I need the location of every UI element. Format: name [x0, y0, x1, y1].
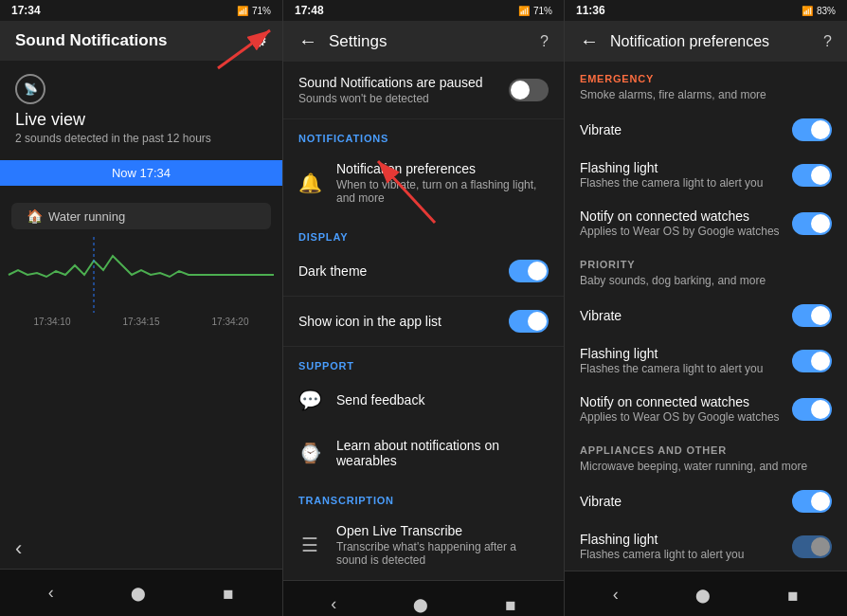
bell-icon: 🔔	[298, 172, 321, 194]
paused-subtitle: Sounds won't be detected	[298, 92, 509, 105]
help-icon-3[interactable]: ?	[823, 33, 832, 50]
vibrate-3-title: Vibrate	[580, 494, 792, 509]
show-icon-toggle[interactable]	[509, 310, 549, 333]
panel-notification-prefs: 11:36 📶 83% ← Notification preferences ?…	[565, 0, 847, 616]
top-bar-1: Sound Notifications ⚙	[0, 21, 282, 61]
help-icon-2[interactable]: ?	[540, 33, 549, 50]
back-nav-btn-3[interactable]: ‹	[602, 581, 630, 608]
vibrate-2-title: Vibrate	[580, 308, 792, 323]
flashing-light-3-title: Flashing light	[580, 532, 792, 547]
home-nav-btn[interactable]: ⬤	[119, 582, 157, 605]
recent-nav-btn-2[interactable]: ◼	[494, 593, 528, 616]
status-bar-1: 17:34 📶 71%	[0, 0, 282, 21]
nav-bar-1: ‹ ⬤ ◼	[0, 569, 282, 616]
vibrate-1-toggle[interactable]	[792, 118, 832, 141]
home-nav-btn-2[interactable]: ⬤	[402, 593, 440, 616]
flashing-light-2-text: Flashing light Flashes the camera light …	[580, 346, 792, 375]
water-label: Water running	[48, 209, 125, 224]
flashing-light-1-toggle[interactable]	[792, 164, 832, 187]
notif-prefs-subtitle: When to vibrate, turn on a flashing ligh…	[336, 178, 549, 205]
learn-wearables-row[interactable]: ⌚ Learn about notifications on wearables	[283, 425, 564, 481]
flashing-light-3-toggle[interactable]	[792, 535, 832, 558]
settings-title: Settings	[329, 32, 529, 51]
flashing-light-3-subtitle: Flashes camera light to alert you	[580, 548, 792, 561]
recent-nav-btn-3[interactable]: ◼	[776, 584, 810, 607]
time-3: 11:36	[576, 4, 605, 17]
appliances-sublabel: Microwave beeping, water running, and mo…	[565, 460, 847, 480]
notify-watches-1-toggle[interactable]	[792, 212, 832, 235]
paused-title: Sound Notifications are paused	[298, 75, 509, 90]
back-nav-btn-2[interactable]: ‹	[319, 590, 348, 616]
live-subtitle: 2 sounds detected in the past 12 hours	[15, 132, 267, 145]
battery-3: 83%	[817, 6, 836, 16]
back-nav-btn[interactable]: ‹	[37, 579, 65, 607]
appliances-label: APPLIANCES AND OTHER	[565, 433, 847, 460]
time-label-3: 17:34:20	[212, 317, 249, 327]
home-nav-btn-3[interactable]: ⬤	[684, 584, 722, 607]
vibrate-3-text: Vibrate	[580, 494, 792, 509]
status-icons-2: 📶 71%	[518, 6, 552, 16]
emergency-sublabel: Smoke alarms, fire alarms, and more	[565, 88, 847, 109]
nav-bar-2: ‹ ⬤ ◼	[283, 580, 564, 616]
notif-prefs-title: Notification preferences	[336, 161, 549, 176]
dark-theme-toggle[interactable]	[509, 260, 549, 282]
battery-1: 71%	[252, 6, 271, 16]
send-feedback-row[interactable]: 💬 Send feedback	[283, 375, 564, 425]
live-icon: 📡	[15, 74, 45, 104]
recent-nav-btn[interactable]: ◼	[211, 582, 245, 605]
flashing-light-2-row: Flashing light Flashes the camera light …	[565, 336, 847, 385]
send-feedback-text: Send feedback	[336, 392, 549, 408]
support-section-label: SUPPORT	[283, 347, 564, 375]
vibrate-1-row: Vibrate	[565, 109, 847, 151]
show-icon-row: Show icon in the app list	[283, 297, 564, 347]
show-icon-title: Show icon in the app list	[298, 314, 509, 329]
notif-prefs-row[interactable]: 🔔 Notification preferences When to vibra…	[283, 148, 564, 218]
live-section: 📡 Live view 2 sounds detected in the pas…	[0, 61, 282, 153]
vibrate-3-row: Vibrate	[565, 480, 847, 522]
live-transcribe-title: Open Live Transcribe	[336, 523, 549, 538]
time-1: 17:34	[11, 4, 41, 17]
vibrate-3-toggle[interactable]	[792, 490, 832, 513]
dark-theme-text: Dark theme	[298, 263, 509, 279]
time-2: 17:48	[295, 4, 324, 17]
flashing-light-1-subtitle: Flashes the camera light to alert you	[580, 176, 792, 190]
waveform-canvas	[8, 237, 275, 313]
back-button-area: ‹	[0, 529, 282, 569]
top-bar-3: ← Notification preferences ?	[565, 21, 847, 62]
time-label-2: 17:34:15	[123, 317, 160, 327]
live-transcribe-text: Open Live Transcribe Transcribe what's h…	[336, 523, 549, 567]
vibrate-2-row: Vibrate	[565, 295, 847, 336]
back-arrow-icon[interactable]: ‹	[15, 536, 22, 560]
paused-toggle[interactable]	[509, 79, 549, 101]
notify-watches-1-text: Notify on connected watches Applies to W…	[580, 208, 792, 238]
learn-wearables-title: Learn about notifications on wearables	[336, 438, 549, 468]
vibrate-1-text: Vibrate	[580, 122, 792, 137]
back-icon-3[interactable]: ←	[580, 30, 599, 52]
panel1-title: Sound Notifications	[15, 31, 168, 50]
status-icons-1: 📶 71%	[237, 6, 271, 16]
notify-watches-2-toggle[interactable]	[792, 398, 832, 421]
transcription-section-label: TRANSCRIPTION	[283, 481, 564, 510]
display-section-label: DISPLAY	[283, 218, 564, 246]
notif-prefs-page-title: Notification preferences	[610, 33, 812, 50]
notif-prefs-text: Notification preferences When to vibrate…	[336, 161, 549, 205]
waveform-area: 🏠 Water running 17:34:10 17:34:15 17:34:…	[0, 186, 282, 529]
notify-watches-2-subtitle: Applies to Wear OS by Google watches	[580, 410, 792, 424]
settings-icon[interactable]: ⚙	[252, 30, 267, 51]
vibrate-2-toggle[interactable]	[792, 304, 832, 327]
status-icons-3: 📶 83%	[802, 6, 836, 16]
battery-2: 71%	[533, 6, 552, 16]
flashing-light-2-title: Flashing light	[580, 346, 792, 361]
flashing-light-3-text: Flashing light Flashes camera light to a…	[580, 532, 792, 561]
vibrate-1-title: Vibrate	[580, 122, 792, 137]
back-icon-2[interactable]: ←	[298, 30, 317, 52]
notify-watches-1-row: Notify on connected watches Applies to W…	[565, 199, 847, 247]
live-transcribe-row[interactable]: ☰ Open Live Transcribe Transcribe what's…	[283, 510, 564, 580]
notify-watches-1-title: Notify on connected watches	[580, 208, 792, 224]
flashing-light-2-toggle[interactable]	[792, 350, 832, 372]
house-icon: 🏠	[27, 208, 43, 224]
dark-theme-row: Dark theme	[283, 246, 564, 297]
dark-theme-title: Dark theme	[298, 263, 509, 279]
notifications-section-label: NOTIFICATIONS	[283, 119, 564, 148]
priority-label: PRIORITY	[565, 247, 847, 274]
